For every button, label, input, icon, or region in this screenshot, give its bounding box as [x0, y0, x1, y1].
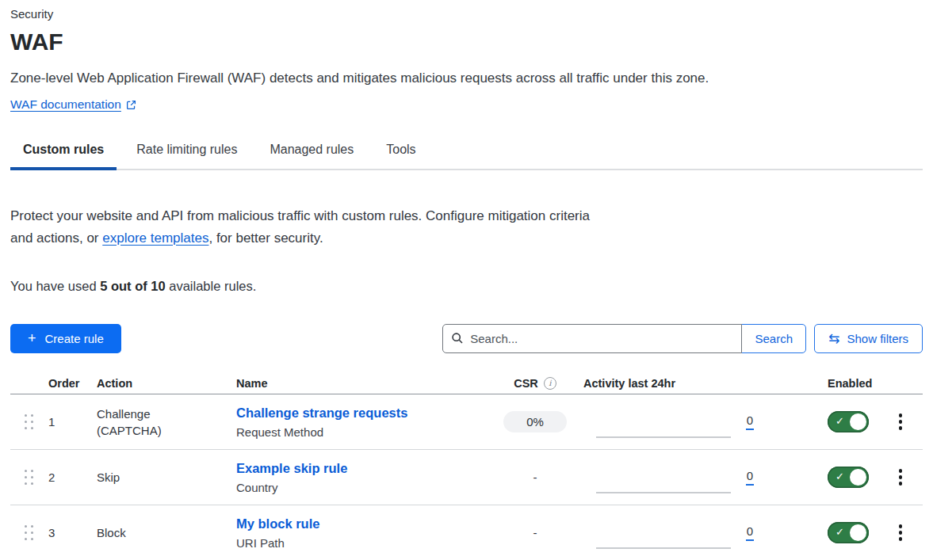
drag-handle-icon[interactable]: [25, 470, 33, 485]
rule-expression: URI Path: [236, 536, 487, 550]
rule-action: Block: [97, 524, 126, 541]
rule-name-link[interactable]: Challenge strange requests: [236, 406, 407, 420]
enabled-toggle[interactable]: ✓: [828, 522, 869, 543]
show-filters-button-label: Show filters: [847, 332, 908, 345]
csr-value: -: [503, 522, 567, 543]
activity-count-link[interactable]: 0: [746, 413, 754, 430]
external-link-icon: [126, 100, 136, 110]
rules-table-body: 1 Challenge (CAPTCHA) Challenge strange …: [10, 394, 923, 560]
intro-text-after: , for better security.: [208, 230, 323, 246]
rule-action: Skip: [97, 469, 120, 486]
create-rule-button[interactable]: + Create rule: [10, 324, 121, 353]
activity-count-link[interactable]: 0: [746, 469, 754, 486]
info-icon[interactable]: i: [544, 377, 556, 390]
column-header-activity: Activity last 24hr: [583, 377, 754, 390]
toggle-knob: [850, 469, 866, 486]
column-header-csr: CSR: [514, 377, 538, 390]
swap-arrows-icon: ⇆: [828, 332, 839, 345]
column-header-order: Order: [48, 377, 97, 390]
tab-managed-rules[interactable]: Managed rules: [257, 143, 366, 170]
tab-tools[interactable]: Tools: [373, 143, 428, 170]
rule-row: 3 Block My block rule URI Path - 0 ✓: [10, 505, 923, 560]
usage-count: 5 out of 10: [100, 279, 166, 293]
plus-icon: +: [28, 331, 36, 345]
tab-rate-limiting-rules[interactable]: Rate limiting rules: [124, 143, 250, 170]
search-button[interactable]: Search: [741, 324, 806, 353]
rule-row: 1 Challenge (CAPTCHA) Challenge strange …: [10, 394, 923, 450]
rule-expression: Country: [236, 481, 487, 494]
page-title: WAF: [10, 28, 923, 56]
row-menu-button[interactable]: [893, 410, 908, 433]
rule-action: Challenge (CAPTCHA): [97, 406, 185, 439]
tab-bar: Custom rules Rate limiting rules Managed…: [10, 143, 923, 170]
column-header-enabled: Enabled: [828, 377, 888, 390]
search-group: Search: [442, 324, 806, 353]
activity-sparkline: [596, 517, 731, 549]
check-icon: ✓: [835, 415, 844, 427]
explore-templates-link[interactable]: explore templates: [102, 230, 208, 246]
table-header-row: Order Action Name CSR i Activity last 24…: [10, 372, 923, 394]
rules-toolbar: + Create rule Search ⇆ Show filters: [10, 324, 923, 353]
rule-name-link[interactable]: Example skip rule: [236, 461, 347, 475]
column-header-name: Name: [236, 377, 487, 390]
rule-order: 1: [48, 415, 97, 429]
check-icon: ✓: [835, 470, 844, 482]
create-rule-button-label: Create rule: [45, 332, 104, 345]
csr-value: 0%: [503, 411, 567, 432]
drag-handle-icon[interactable]: [25, 414, 33, 429]
activity-count-link[interactable]: 0: [746, 524, 754, 541]
waf-documentation-link-label: WAF documentation: [10, 97, 121, 112]
row-menu-button[interactable]: [893, 521, 908, 544]
row-menu-button[interactable]: [893, 466, 908, 489]
search-icon: [451, 332, 464, 348]
activity-sparkline: [596, 462, 731, 493]
toggle-knob: [850, 524, 866, 541]
tab-custom-rules[interactable]: Custom rules: [10, 143, 117, 170]
drag-handle-icon[interactable]: [25, 525, 33, 540]
custom-rules-table: Order Action Name CSR i Activity last 24…: [10, 372, 923, 560]
page-description: Zone-level Web Application Firewall (WAF…: [10, 70, 923, 87]
rule-name-link[interactable]: My block rule: [236, 516, 319, 531]
toggle-knob: [850, 413, 866, 430]
breadcrumb: Security: [10, 6, 923, 22]
rule-order: 3: [48, 526, 97, 539]
intro-text: Protect your website and API from malici…: [10, 205, 601, 250]
rule-row: 2 Skip Example skip rule Country - 0 ✓: [10, 450, 923, 505]
rule-expression: Request Method: [236, 425, 487, 439]
enabled-toggle[interactable]: ✓: [828, 411, 869, 432]
csr-value: -: [503, 467, 567, 488]
show-filters-button[interactable]: ⇆ Show filters: [814, 324, 923, 353]
search-input[interactable]: [442, 324, 742, 353]
rules-usage-text: You have used 5 out of 10 available rule…: [10, 279, 923, 294]
rule-order: 2: [48, 470, 97, 484]
column-header-action: Action: [97, 377, 236, 390]
activity-sparkline: [596, 406, 731, 438]
check-icon: ✓: [835, 526, 844, 538]
enabled-toggle[interactable]: ✓: [828, 467, 869, 488]
usage-suffix: available rules.: [166, 279, 257, 293]
waf-documentation-link[interactable]: WAF documentation: [10, 97, 136, 112]
waf-page: Security WAF Zone-level Web Application …: [0, 0, 933, 560]
usage-prefix: You have used: [10, 279, 100, 293]
